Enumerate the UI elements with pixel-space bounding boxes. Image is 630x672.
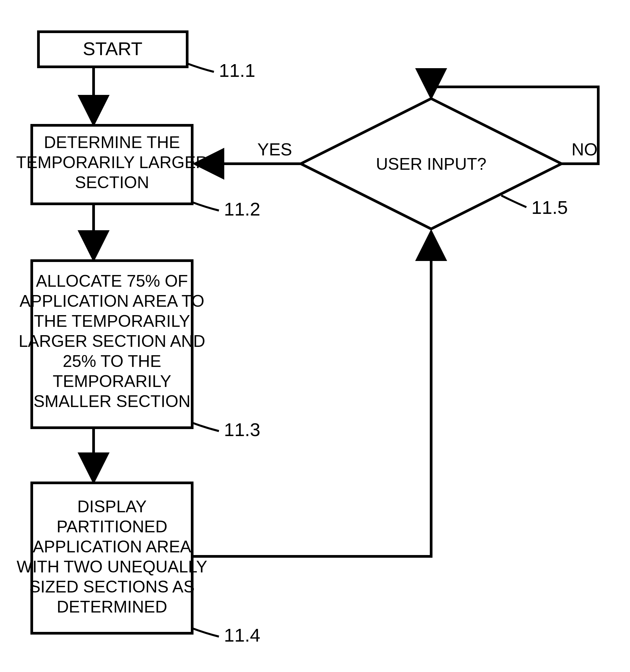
edge-display-decision: [192, 232, 431, 556]
ref-11-2: 11.2: [224, 198, 260, 219]
display-line4: WITH TWO UNEQUALLY: [17, 557, 207, 576]
ref-11-4: 11.4: [224, 625, 260, 646]
ref-11-5: 11.5: [531, 197, 568, 218]
leader-11-4: [192, 628, 219, 637]
allocate-line6: TEMPORARILY: [53, 372, 171, 391]
no-label: NO: [571, 140, 598, 159]
leader-11-1: [187, 64, 214, 72]
leader-11-5: [501, 195, 527, 207]
display-line5: SIZED SECTIONS AS: [29, 577, 195, 596]
allocate-line3: THE TEMPORARILY: [34, 312, 190, 331]
allocate-line5: 25% TO THE: [63, 352, 161, 370]
display-line2: PARTITIONED: [56, 517, 167, 536]
yes-label: YES: [257, 140, 292, 159]
decision-text: USER INPUT?: [376, 155, 487, 173]
determine-line2: TEMPORARILY LARGER: [16, 153, 208, 172]
display-line1: DISPLAY: [77, 497, 147, 516]
allocate-line2: APPLICATION AREA TO: [20, 292, 205, 310]
allocate-line7: SMALLER SECTION: [33, 392, 190, 411]
start-text: START: [83, 38, 142, 59]
leader-11-3: [192, 423, 219, 431]
ref-11-3: 11.3: [224, 419, 260, 440]
leader-11-2: [192, 202, 219, 211]
ref-11-1: 11.1: [219, 60, 255, 81]
flowchart-canvas: START 11.1 DETERMINE THE TEMPORARILY LAR…: [0, 0, 630, 672]
determine-line3: SECTION: [75, 173, 149, 192]
display-line3: APPLICATION AREA: [33, 537, 191, 556]
allocate-line1: ALLOCATE 75% OF: [36, 272, 188, 290]
display-line6: DETERMINED: [57, 598, 167, 616]
determine-line1: DETERMINE THE: [44, 133, 180, 152]
allocate-line4: LARGER SECTION AND: [19, 332, 205, 351]
